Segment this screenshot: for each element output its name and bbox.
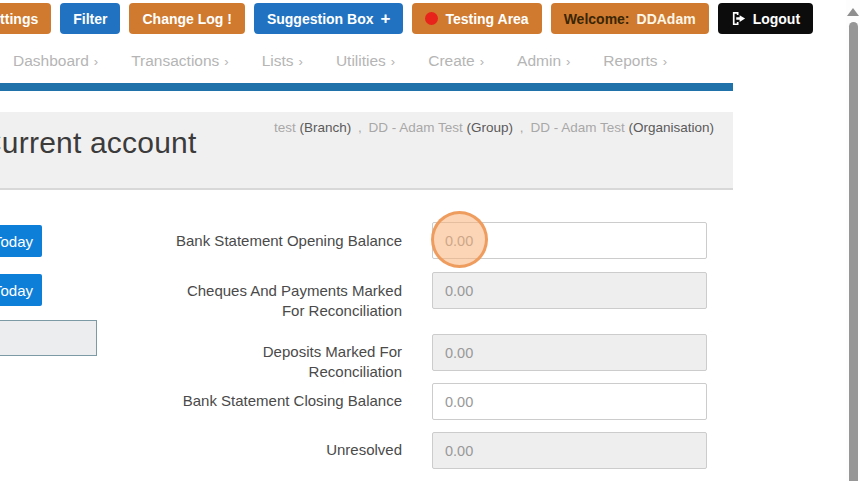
logout-button[interactable]: Logout bbox=[718, 3, 813, 34]
testing-area-button[interactable]: Testing Area bbox=[412, 3, 541, 34]
chevron-right-icon: › bbox=[94, 54, 98, 69]
context-separator: , bbox=[358, 120, 362, 135]
unresolved-input bbox=[432, 432, 707, 469]
username: DDAdam bbox=[637, 11, 696, 27]
testing-area-label: Testing Area bbox=[445, 11, 528, 27]
context-separator: , bbox=[520, 120, 524, 135]
nav-lists[interactable]: Lists › bbox=[262, 52, 303, 70]
page-header: Current account test (Branch) , DD - Ada… bbox=[0, 112, 733, 190]
cheques-payments-label: Cheques And Payments Marked For Reconcil… bbox=[170, 281, 402, 321]
suggestion-box-label: Suggestion Box bbox=[267, 11, 374, 27]
scrollbar-track[interactable] bbox=[846, 0, 860, 481]
plus-icon: + bbox=[380, 10, 390, 27]
logout-label: Logout bbox=[753, 11, 800, 27]
opening-balance-label: Bank Statement Opening Balance bbox=[170, 231, 402, 251]
suggestion-box-button[interactable]: Suggestion Box + bbox=[254, 3, 404, 34]
context-group-type: (Group) bbox=[467, 120, 514, 135]
nav-create-label: Create bbox=[428, 52, 475, 70]
nav-admin[interactable]: Admin › bbox=[517, 52, 570, 70]
closing-balance-label: Bank Statement Closing Balance bbox=[170, 391, 402, 411]
settings-button[interactable]: Settings bbox=[0, 3, 51, 34]
scrollbar-thumb[interactable] bbox=[849, 22, 858, 481]
nav-dashboard-label: Dashboard bbox=[13, 52, 89, 70]
context-organisation-name: DD - Adam Test bbox=[530, 120, 624, 135]
nav-underline-bar bbox=[0, 83, 733, 91]
page: Settings Filter Change Log ! Suggestion … bbox=[0, 0, 733, 481]
chevron-right-icon: › bbox=[663, 54, 667, 69]
deposits-label: Deposits Marked For Reconciliation bbox=[170, 342, 402, 382]
nav-reports[interactable]: Reports › bbox=[603, 52, 667, 70]
context-organisation-type: (Organisation) bbox=[628, 120, 714, 135]
sign-out-icon bbox=[731, 11, 746, 26]
chevron-right-icon: › bbox=[391, 54, 395, 69]
nav-create[interactable]: Create › bbox=[428, 52, 484, 70]
account-context: test (Branch) , DD - Adam Test (Group) ,… bbox=[274, 120, 714, 135]
deposits-input bbox=[432, 334, 707, 371]
today-button-1[interactable]: Today bbox=[0, 225, 42, 257]
chevron-right-icon: › bbox=[566, 54, 570, 69]
nav-dashboard[interactable]: Dashboard › bbox=[13, 52, 98, 70]
filter-button[interactable]: Filter bbox=[60, 3, 120, 34]
nav-admin-label: Admin bbox=[517, 52, 561, 70]
nav-reports-label: Reports bbox=[603, 52, 657, 70]
closing-balance-input[interactable] bbox=[432, 383, 707, 420]
scroll-up-arrow-icon[interactable] bbox=[847, 8, 859, 16]
today-button-2[interactable]: Today bbox=[0, 274, 42, 306]
page-title: Current account bbox=[0, 126, 196, 160]
welcome-label: Welcome: bbox=[564, 11, 630, 27]
main-nav: Dashboard › Transactions › Lists › Utili… bbox=[13, 52, 667, 70]
chevron-right-icon: › bbox=[299, 54, 303, 69]
red-dot-icon bbox=[425, 12, 438, 25]
nav-transactions-label: Transactions bbox=[131, 52, 219, 70]
context-branch-type: (Branch) bbox=[299, 120, 351, 135]
nav-lists-label: Lists bbox=[262, 52, 294, 70]
top-button-bar: Settings Filter Change Log ! Suggestion … bbox=[0, 3, 813, 34]
chevron-right-icon: › bbox=[480, 54, 484, 69]
context-group-name: DD - Adam Test bbox=[369, 120, 463, 135]
chevron-right-icon: › bbox=[224, 54, 228, 69]
nav-transactions[interactable]: Transactions › bbox=[131, 52, 229, 70]
welcome-button[interactable]: Welcome: DDAdam bbox=[551, 3, 709, 34]
unresolved-label: Unresolved bbox=[170, 440, 402, 460]
nav-utilities[interactable]: Utilities › bbox=[336, 52, 395, 70]
context-branch-name: test bbox=[274, 120, 296, 135]
change-log-button[interactable]: Change Log ! bbox=[129, 3, 244, 34]
cheques-payments-input bbox=[432, 272, 707, 309]
opening-balance-input[interactable] bbox=[432, 222, 707, 259]
date-field-cutoff[interactable] bbox=[0, 320, 97, 356]
nav-utilities-label: Utilities bbox=[336, 52, 386, 70]
